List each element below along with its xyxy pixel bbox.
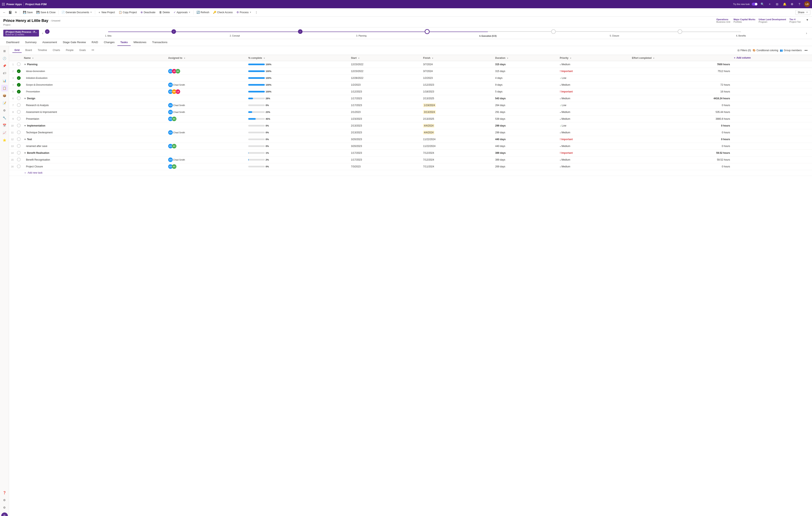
col-add-header[interactable]: ＋ Add column <box>732 55 812 61</box>
sidebar-star-icon[interactable]: ⭐ <box>1 137 8 143</box>
row-name[interactable]: ▼Implementation <box>22 122 167 129</box>
new-project-button[interactable]: ＋New Project <box>96 10 117 15</box>
table-row[interactable]: 11 Technique Devleopment CSChad Smith 0%… <box>9 129 812 136</box>
sidebar-calendar-icon[interactable]: 📅 <box>1 122 8 128</box>
col-duration-header[interactable]: Duration ▼ <box>494 55 558 61</box>
col-assigned-header[interactable]: Assigned to ▼ <box>167 55 246 61</box>
col-priority-header[interactable]: Priority ▼ <box>558 55 630 61</box>
row-status[interactable] <box>15 109 22 116</box>
row-name[interactable]: ▼Benefit Realisation <box>22 150 167 156</box>
share-button[interactable]: Share▼ <box>795 10 810 15</box>
sidebar-notes-icon[interactable]: 📝 <box>1 100 8 106</box>
save-button[interactable]: 💾Save <box>21 10 34 15</box>
conditional-coloring-button[interactable]: 🎨Conditional coloring <box>753 49 778 52</box>
row-name[interactable]: Research & Analysis <box>22 102 167 109</box>
view-tab-board[interactable]: Board <box>23 48 34 53</box>
notification-icon[interactable]: 🔔 <box>782 1 787 7</box>
table-row[interactable]: 7 Research & Analysis CSChad Smith 0% 1/… <box>9 102 812 109</box>
row-status[interactable] <box>15 156 22 163</box>
stage-3[interactable]: ✓ 3. Planning <box>298 29 425 37</box>
table-row[interactable]: 2 ✓ Ideas Generation CSLDDC 100% 12/23/2… <box>9 68 812 75</box>
stage-next-button[interactable]: › <box>804 31 809 35</box>
table-row[interactable]: 14 ▼Benefit Realisation 1% 1/17/2023 7/1… <box>9 150 812 156</box>
sidebar-recent-icon[interactable]: 🕐 <box>1 55 8 62</box>
group-toggle-icon[interactable]: ▼ <box>24 63 26 66</box>
try-new-toggle[interactable] <box>752 3 757 6</box>
save-close-button[interactable]: 💾Save & Close <box>35 10 57 15</box>
row-name[interactable]: ▼Design <box>22 95 167 102</box>
table-row[interactable]: 5 ✓ Presentation CSDWLD 100% 1/12/2023 1… <box>9 88 812 95</box>
filters-button[interactable]: ⊟Filters (0) <box>737 49 751 52</box>
row-status[interactable] <box>15 116 22 122</box>
table-row[interactable]: 3 ✓ Initiation Evaluation 100% 12/28/202… <box>9 75 812 82</box>
sidebar-help-icon[interactable]: ❓ <box>1 489 8 496</box>
table-row[interactable]: 6 ▼Design 28% 1/17/2023 2/13/2025 543 da… <box>9 95 812 102</box>
row-name[interactable]: Initiation Evaluation <box>22 75 167 82</box>
row-name[interactable]: Presentaion <box>22 116 167 122</box>
row-status[interactable] <box>15 163 22 170</box>
settings-icon[interactable]: ⚙ <box>789 1 795 7</box>
sidebar-tag-icon[interactable]: 🏷 <box>1 70 8 77</box>
filter-icon[interactable]: ⊟ <box>775 1 780 7</box>
row-name[interactable]: renamed after save <box>22 143 167 150</box>
tab-transactions[interactable]: Transactions <box>149 39 170 46</box>
row-name[interactable]: Presentation <box>22 88 167 95</box>
row-status[interactable]: ✓ <box>15 82 22 88</box>
expand-tags-button[interactable]: ▼ <box>806 18 809 22</box>
view-tab-charts[interactable]: Charts <box>51 48 62 53</box>
waffle-icon[interactable] <box>2 3 5 6</box>
tab-milestones[interactable]: Milestones <box>130 39 149 46</box>
row-name[interactable]: ▼Test <box>22 136 167 143</box>
view-tab-goals[interactable]: Goals <box>77 48 88 53</box>
sidebar-trend-icon[interactable]: 📈 <box>1 130 8 136</box>
stage-4[interactable]: 4. Execution (5 D) <box>425 29 551 37</box>
table-row[interactable]: 8 Assessment & Improvement CSChad Smith … <box>9 109 812 116</box>
table-row[interactable]: 12 ▼Test 0% 3/20/2023 11/22/2024 440 day… <box>9 136 812 143</box>
tab-assessment[interactable]: Assessment <box>39 39 60 46</box>
generate-docs-button[interactable]: 📄Generate Documents▼ <box>60 10 94 15</box>
stage-5[interactable]: 5. Closure <box>551 29 678 37</box>
view-tab-people[interactable]: People <box>64 48 76 53</box>
more-view-options-icon[interactable]: ••• <box>803 48 809 53</box>
table-row[interactable]: 13 renamed after save CSDC 0% 3/20/2023 … <box>9 143 812 150</box>
tab-dashboard[interactable]: Dashboard <box>3 39 22 46</box>
process-button[interactable]: ⚙Process▼ <box>235 10 253 15</box>
col-name-header[interactable]: Name ▼ <box>22 55 167 61</box>
sidebar-pinned-icon[interactable]: 📌 <box>1 62 8 69</box>
tab-changes[interactable]: Changes <box>101 39 117 46</box>
row-status[interactable] <box>15 129 22 136</box>
notebook-icon[interactable]: 📓 <box>7 10 13 15</box>
group-toggle-icon[interactable]: ▼ <box>24 97 26 100</box>
row-status[interactable]: ✓ <box>15 75 22 82</box>
approvals-button[interactable]: ✓Approvals▼ <box>172 10 192 15</box>
row-name[interactable]: ▼Planning <box>22 61 167 68</box>
row-status[interactable] <box>15 61 22 68</box>
copy-project-button[interactable]: 📋Copy Project <box>117 10 139 15</box>
add-task-row[interactable]: ＋Add new task <box>9 170 812 176</box>
row-status[interactable]: ✓ <box>15 68 22 75</box>
check-access-button[interactable]: 🔑Check Access <box>211 10 234 15</box>
table-row[interactable]: 10 ▼Implementation 0% 2/13/2023 4/4/2024… <box>9 122 812 129</box>
search-icon[interactable]: 🔍 <box>760 1 765 7</box>
add-icon[interactable]: ＋ <box>767 1 773 7</box>
stage-prev-button[interactable]: ‹ <box>41 31 45 35</box>
stage-1[interactable]: ✓ 1. Idea <box>45 29 172 37</box>
col-pct-header[interactable]: % complete ▼ <box>246 55 349 61</box>
sidebar-package-icon[interactable]: 📦 <box>1 92 8 99</box>
stage-6[interactable]: 6. Benefits <box>678 29 804 37</box>
row-name[interactable]: Scope & Documentation <box>22 82 167 88</box>
table-row[interactable]: 16 Project Closure CSDC 0% 7/3/2023 7/11… <box>9 163 812 170</box>
add-task-button[interactable]: ＋Add new task <box>22 170 812 176</box>
sidebar-gear3-icon[interactable]: ⚙ <box>1 504 8 511</box>
group-toggle-icon[interactable]: ▼ <box>24 152 26 154</box>
group-toggle-icon[interactable]: ▼ <box>24 124 26 127</box>
row-name[interactable]: Project Closure <box>22 163 167 170</box>
duplicate-icon[interactable]: ⧉ <box>13 10 19 15</box>
sidebar-tools-icon[interactable]: 🔧 <box>1 115 8 121</box>
sidebar-chart-icon[interactable]: 📊 <box>1 78 8 84</box>
more-options-icon[interactable]: ⋮ <box>254 10 259 15</box>
col-effort-header[interactable]: Effort completed ▼ <box>630 55 732 61</box>
sidebar-user-avatar[interactable]: P <box>1 513 8 516</box>
tab-tasks[interactable]: Tasks <box>117 39 130 46</box>
table-row[interactable]: 4 ✓ Scope & Documentation CSChad Smith 1… <box>9 82 812 88</box>
